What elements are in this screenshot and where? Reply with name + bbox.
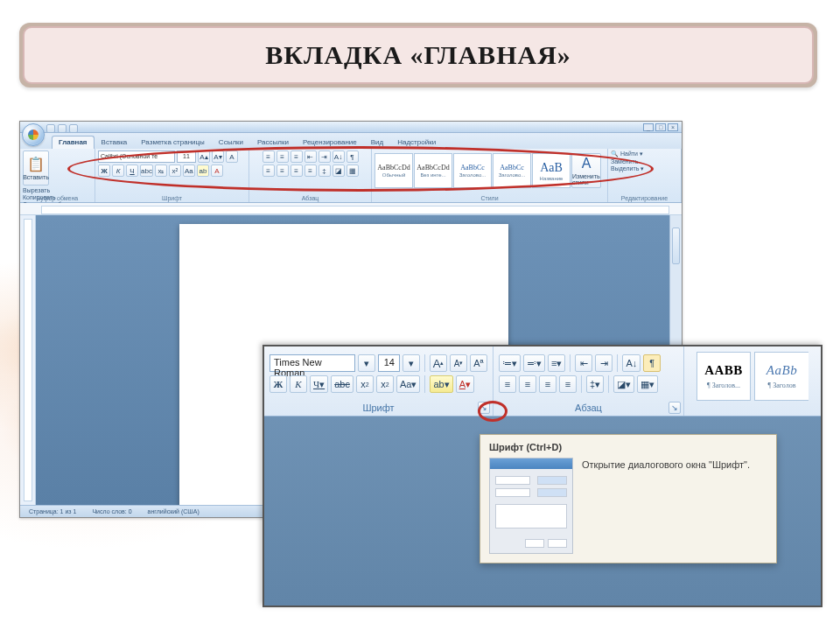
detail-align-center-button[interactable]: ≡: [519, 375, 536, 393]
align-left-button[interactable]: ≡: [262, 164, 275, 177]
close-button[interactable]: ×: [668, 123, 678, 131]
detail-numbering-button[interactable]: ≕▾: [523, 354, 545, 372]
select-button[interactable]: Выделить ▾: [611, 165, 644, 172]
detail-style-tile[interactable]: AABB ¶ Заголов...: [696, 352, 751, 401]
quick-access-toolbar[interactable]: [46, 123, 78, 134]
detail-style-tile[interactable]: AaBb ¶ Заголов: [754, 352, 808, 401]
detail-sort-button[interactable]: A↓: [622, 354, 640, 372]
tab-view[interactable]: Вид: [364, 136, 390, 149]
detail-justify-button[interactable]: ≡: [559, 375, 577, 393]
status-lang[interactable]: английский (США): [144, 508, 203, 514]
spacing-button[interactable]: ‡: [318, 164, 331, 177]
font-dialog-launcher[interactable]: [478, 402, 490, 414]
maximize-button[interactable]: □: [655, 123, 666, 131]
detail-bullets-button[interactable]: ≔▾: [499, 354, 521, 372]
tab-addins[interactable]: Надстройки: [390, 136, 443, 149]
detail-strike-button[interactable]: abc: [331, 375, 354, 393]
shading-button[interactable]: ◪: [332, 164, 345, 177]
vertical-ruler[interactable]: [20, 215, 36, 505]
detail-subscript-button[interactable]: x2: [356, 375, 374, 393]
paste-button[interactable]: 📋Вставить: [23, 150, 49, 186]
detail-align-left-button[interactable]: ≡: [499, 375, 516, 393]
detail-bold-button[interactable]: Ж: [270, 375, 287, 393]
tab-insert[interactable]: Вставка: [94, 136, 135, 149]
detail-marks-button[interactable]: ¶: [643, 354, 661, 372]
highlight-button[interactable]: ab: [197, 164, 209, 177]
italic-button[interactable]: К: [112, 164, 124, 177]
detail-line-spacing-button[interactable]: ‡▾: [586, 375, 604, 393]
strike-button[interactable]: abc: [140, 164, 153, 177]
font-dialog-tooltip: Шрифт (Ctrl+D) Открытие диалогового окна…: [480, 434, 777, 564]
superscript-button[interactable]: x²: [169, 164, 181, 177]
sort-button[interactable]: A↓: [332, 150, 345, 163]
font-name-combo[interactable]: Calibri (Основной те: [98, 150, 175, 163]
detail-grow-font-button[interactable]: A▴: [430, 354, 447, 372]
detail-align-right-button[interactable]: ≡: [539, 375, 556, 393]
borders-button[interactable]: ▦: [346, 164, 359, 177]
detail-font-color-button[interactable]: A ▾: [456, 375, 474, 393]
subscript-button[interactable]: x₂: [155, 164, 167, 177]
bold-button[interactable]: Ж: [98, 164, 110, 177]
detail-font-label: Шрифт: [264, 401, 493, 416]
change-styles-button[interactable]: AИзменить стили: [571, 153, 601, 188]
detail-font-size[interactable]: 14: [378, 354, 400, 372]
cut-button[interactable]: Вырезать: [23, 187, 78, 193]
grow-font-button[interactable]: A▴: [198, 150, 210, 163]
paragraph-dialog-launcher[interactable]: [668, 402, 681, 414]
style-tile[interactable]: AaBbCcDdОбычный: [374, 153, 413, 188]
style-tile[interactable]: AaBbCcЗаголово...: [493, 153, 531, 188]
align-center-button[interactable]: ≡: [276, 164, 289, 177]
detail-font-name-dd[interactable]: ▾: [358, 354, 375, 372]
tab-mailings[interactable]: Рассылки: [250, 136, 296, 149]
tab-layout[interactable]: Разметка страницы: [134, 136, 212, 149]
window-titlebar: _ □ ×: [20, 122, 682, 133]
tab-review[interactable]: Рецензирование: [296, 136, 364, 149]
detail-font-name[interactable]: Times New Roman: [270, 354, 355, 372]
detail-group-paragraph: ≔▾ ≕▾ ≡▾ ⇤ ⇥ A↓ ¶ ≡ ≡ ≡ ≡ ‡▾: [494, 346, 684, 416]
detail-borders-button[interactable]: ▦▾: [637, 375, 658, 393]
replace-button[interactable]: Заменить: [611, 158, 638, 164]
minimize-button[interactable]: _: [643, 123, 654, 131]
numbering-button[interactable]: ≡: [276, 150, 289, 163]
ribbon-detail-panel: Times New Roman ▾ 14 ▾ A▴ A▾ Aª Ж К Ч ▾ …: [262, 345, 822, 607]
office-button[interactable]: [22, 123, 45, 146]
group-editing: 🔍 Найти ▾ Заменить Выделить ▾ Редактиров…: [608, 149, 682, 202]
detail-multilevel-button[interactable]: ≡▾: [548, 354, 565, 372]
detail-group-styles: AABB ¶ Заголов... AaBb ¶ Заголов: [684, 346, 821, 416]
font-color-button[interactable]: A: [211, 164, 223, 177]
tooltip-preview-icon: [489, 458, 573, 554]
detail-highlight-button[interactable]: ab▾: [430, 375, 452, 393]
show-marks-button[interactable]: ¶: [346, 150, 359, 163]
detail-clear-format-button[interactable]: Aª: [470, 354, 487, 372]
detail-italic-button[interactable]: К: [290, 375, 307, 393]
style-tile[interactable]: AaBНазвание: [532, 153, 570, 188]
detail-inc-indent-button[interactable]: ⇥: [595, 354, 612, 372]
align-right-button[interactable]: ≡: [290, 164, 303, 177]
style-tile[interactable]: AaBbCcDdБез инте...: [414, 153, 452, 188]
detail-underline-button[interactable]: Ч ▾: [310, 375, 328, 393]
detail-superscript-button[interactable]: x2: [376, 375, 394, 393]
group-clipboard-label: Буфер обмена: [23, 195, 92, 202]
detail-font-size-dd[interactable]: ▾: [402, 354, 420, 372]
inc-indent-button[interactable]: ⇥: [318, 150, 331, 163]
dec-indent-button[interactable]: ⇤: [304, 150, 317, 163]
underline-button[interactable]: Ч: [126, 164, 138, 177]
horizontal-ruler[interactable]: [20, 203, 682, 215]
detail-shading-button[interactable]: ◪▾: [613, 375, 634, 393]
clear-format-button[interactable]: A: [226, 150, 238, 163]
bullets-button[interactable]: ≡: [262, 150, 275, 163]
style-tile[interactable]: AaBbCcЗаголово...: [453, 153, 492, 188]
font-size-combo[interactable]: 11: [177, 150, 196, 163]
tab-references[interactable]: Ссылки: [212, 136, 250, 149]
tab-home[interactable]: Главная: [52, 136, 94, 149]
detail-case-button[interactable]: Aa ▾: [396, 375, 420, 393]
detail-shrink-font-button[interactable]: A▾: [450, 354, 467, 372]
multilevel-button[interactable]: ≡: [290, 150, 303, 163]
shrink-font-button[interactable]: A▾: [212, 150, 224, 163]
detail-group-font: Times New Roman ▾ 14 ▾ A▴ A▾ Aª Ж К Ч ▾ …: [264, 346, 494, 416]
justify-button[interactable]: ≡: [304, 164, 317, 177]
find-button[interactable]: 🔍 Найти ▾: [611, 150, 643, 158]
group-paragraph: ≡ ≡ ≡ ⇤ ⇥ A↓ ¶ ≡ ≡ ≡ ≡ ‡ ◪ ▦ А: [249, 149, 372, 202]
case-button[interactable]: Aa: [183, 164, 195, 177]
detail-dec-indent-button[interactable]: ⇤: [575, 354, 592, 372]
